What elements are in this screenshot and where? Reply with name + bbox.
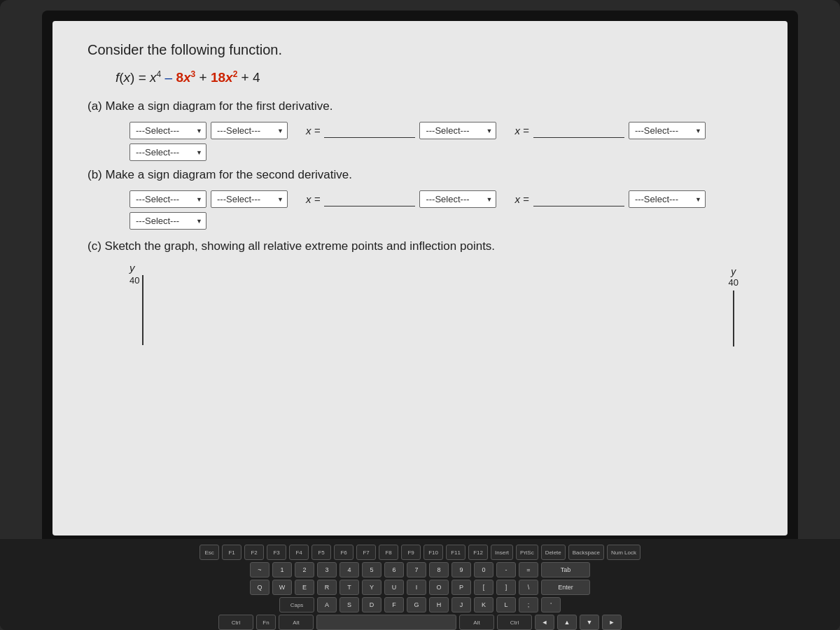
part-b-select-5[interactable]: ---Select--- xyxy=(130,212,206,230)
key-7[interactable]: 7 xyxy=(407,562,426,578)
part-b-select-3[interactable]: ---Select--- xyxy=(419,190,496,208)
key-a[interactable]: A xyxy=(317,597,337,612)
key-e[interactable]: E xyxy=(295,580,314,595)
key-tilde[interactable]: ~ xyxy=(250,562,270,578)
graph-axis-row: 40 xyxy=(130,275,254,345)
key-p[interactable]: P xyxy=(451,580,471,595)
key-4[interactable]: 4 xyxy=(340,562,359,578)
key-g[interactable]: G xyxy=(407,597,426,612)
key-caps[interactable]: Caps xyxy=(279,597,314,612)
key-arrow-down[interactable]: ▼ xyxy=(580,615,599,630)
part-a-select-2-wrapper: ---Select--- xyxy=(211,122,288,139)
part-b-select-2[interactable]: ---Select--- xyxy=(211,190,288,208)
key-numlock[interactable]: Num Lock xyxy=(607,545,640,560)
part-b-x-input-2[interactable] xyxy=(533,192,624,206)
key-backslash[interactable]: \ xyxy=(519,580,538,595)
graph-y-label: y xyxy=(130,262,135,274)
part-c-label: (c) Sketch the graph, showing all relati… xyxy=(88,239,752,253)
key-delete[interactable]: Delete xyxy=(541,545,566,560)
key-f12[interactable]: F12 xyxy=(468,545,488,560)
graph-y-header: y xyxy=(130,262,138,274)
part-a-select-5[interactable]: ---Select--- xyxy=(130,144,206,161)
key-minus[interactable]: - xyxy=(496,562,516,578)
key-equals[interactable]: = xyxy=(519,562,538,578)
key-f2[interactable]: F2 xyxy=(244,545,264,560)
key-f8[interactable]: F8 xyxy=(379,545,398,560)
key-arrow-up[interactable]: ▲ xyxy=(557,615,577,630)
key-f5[interactable]: F5 xyxy=(312,545,331,560)
key-tab[interactable]: Tab xyxy=(541,562,590,578)
key-i[interactable]: I xyxy=(407,580,426,595)
key-space[interactable] xyxy=(316,615,456,630)
function-formula: f(x) = x4 – 8x3 + 18x2 + 4 xyxy=(115,69,752,85)
graph-container: y 40 xyxy=(130,262,254,345)
key-f11[interactable]: F11 xyxy=(446,545,465,560)
key-ctrl-left[interactable]: Ctrl xyxy=(218,615,253,630)
key-0[interactable]: 0 xyxy=(474,562,493,578)
key-f3[interactable]: F3 xyxy=(267,545,286,560)
key-fn[interactable]: Fn xyxy=(256,615,276,630)
part-b-x-label-2: x = xyxy=(514,193,528,205)
part-b-select-1[interactable]: ---Select--- xyxy=(130,190,206,208)
key-f6[interactable]: F6 xyxy=(334,545,354,560)
key-w[interactable]: W xyxy=(272,580,292,595)
key-ctrl-right[interactable]: Ctrl xyxy=(497,615,532,630)
key-enter[interactable]: Enter xyxy=(541,580,590,595)
keyboard-row-modifiers: Ctrl Fn Alt Alt Ctrl ◄ ▲ ▼ ► xyxy=(0,615,840,630)
part-b-x-input[interactable] xyxy=(324,192,415,206)
keyboard-row-fn: Esc F1 F2 F3 F4 F5 F6 F7 F8 F9 F10 F11 F… xyxy=(0,539,840,560)
key-u[interactable]: U xyxy=(384,580,404,595)
key-5[interactable]: 5 xyxy=(362,562,382,578)
key-f[interactable]: F xyxy=(384,597,404,612)
screen-content: Consider the following function. f(x) = … xyxy=(52,21,788,536)
key-2[interactable]: 2 xyxy=(295,562,314,578)
key-backspace[interactable]: Backspace xyxy=(568,545,604,560)
part-a-select-3[interactable]: ---Select--- xyxy=(419,122,496,139)
key-arrow-left[interactable]: ◄ xyxy=(535,615,554,630)
key-3[interactable]: 3 xyxy=(317,562,337,578)
key-9[interactable]: 9 xyxy=(451,562,471,578)
key-esc[interactable]: Esc xyxy=(200,545,219,560)
key-alt-right[interactable]: Alt xyxy=(459,615,494,630)
part-a-select-4[interactable]: ---Select--- xyxy=(629,122,706,139)
key-q[interactable]: Q xyxy=(250,580,270,595)
key-t[interactable]: T xyxy=(340,580,359,595)
part-b-select-4-wrapper: ---Select--- xyxy=(629,190,706,208)
key-quote[interactable]: ' xyxy=(541,597,561,612)
key-f10[interactable]: F10 xyxy=(424,545,443,560)
part-a-x-input[interactable] xyxy=(324,123,415,138)
part-a-select-1[interactable]: ---Select--- xyxy=(130,122,206,139)
key-r[interactable]: R xyxy=(317,580,337,595)
key-f4[interactable]: F4 xyxy=(289,545,309,560)
part-a-select-4-wrapper: ---Select--- xyxy=(629,122,706,139)
key-j[interactable]: J xyxy=(451,597,471,612)
key-8[interactable]: 8 xyxy=(429,562,449,578)
part-a-select-3-wrapper: ---Select--- xyxy=(419,122,496,139)
key-1[interactable]: 1 xyxy=(272,562,292,578)
key-bracket-l[interactable]: [ xyxy=(474,580,493,595)
key-insert[interactable]: Insert xyxy=(491,545,513,560)
key-prtsc[interactable]: PrtSc xyxy=(516,545,538,560)
key-f1[interactable]: F1 xyxy=(222,545,241,560)
key-h[interactable]: H xyxy=(429,597,449,612)
part-a-x-input-2[interactable] xyxy=(533,123,624,138)
key-f7[interactable]: F7 xyxy=(356,545,376,560)
key-l[interactable]: L xyxy=(496,597,516,612)
key-6[interactable]: 6 xyxy=(384,562,404,578)
key-k[interactable]: K xyxy=(474,597,493,612)
part-a-label: (a) Make a sign diagram for the first de… xyxy=(88,99,752,113)
key-o[interactable]: O xyxy=(429,580,449,595)
key-alt-left[interactable]: Alt xyxy=(279,615,314,630)
part-a-x-label: x = xyxy=(306,125,320,136)
key-bracket-r[interactable]: ] xyxy=(496,580,516,595)
key-s[interactable]: S xyxy=(340,597,359,612)
part-b-select-4[interactable]: ---Select--- xyxy=(629,190,706,208)
key-y[interactable]: Y xyxy=(362,580,382,595)
part-a-x-equals-middle: x = xyxy=(306,123,415,138)
key-semicolon[interactable]: ; xyxy=(519,597,538,612)
key-f9[interactable]: F9 xyxy=(401,545,421,560)
key-d[interactable]: D xyxy=(362,597,382,612)
key-arrow-right[interactable]: ► xyxy=(602,615,622,630)
part-b-section: (b) Make a sign diagram for the second d… xyxy=(88,168,752,230)
part-a-select-2[interactable]: ---Select--- xyxy=(211,122,288,139)
